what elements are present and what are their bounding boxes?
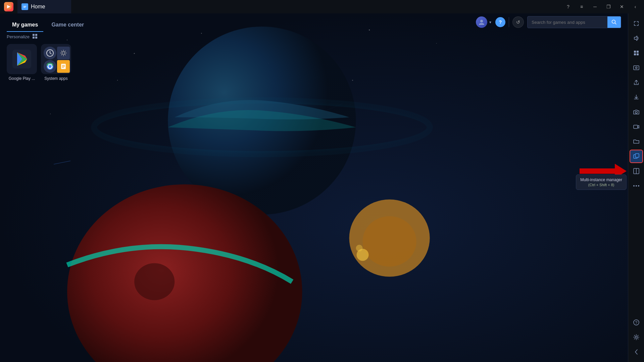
back-arrow-button[interactable]: ‹	[629, 1, 641, 13]
menu-button[interactable]: ≡	[576, 1, 588, 13]
svg-point-55	[635, 111, 637, 113]
search-input[interactable]	[528, 20, 607, 25]
header-right: ▼ ? ↺	[476, 16, 621, 28]
sidebar-grid-button[interactable]	[630, 46, 643, 60]
sidebar-volume-button[interactable]	[630, 32, 643, 45]
search-bar	[527, 16, 621, 28]
sidebar-video-button[interactable]	[630, 120, 643, 134]
search-button[interactable]	[607, 16, 621, 28]
apps-grid: Google Play ...	[7, 44, 71, 81]
svg-point-13	[117, 80, 118, 81]
sidebar-share-button[interactable]	[630, 76, 643, 89]
svg-point-41	[62, 52, 65, 54]
svg-rect-56	[634, 125, 638, 128]
svg-point-63	[638, 185, 639, 187]
tab-game-center[interactable]: Game center	[46, 18, 89, 32]
sidebar-multi-instance-button[interactable]	[630, 150, 643, 163]
multi-instance-tooltip: Multi-instance manager (Ctrl + Shift + 8…	[576, 174, 627, 190]
bluestacks-logo	[4, 2, 13, 11]
maximize-button[interactable]: ❐	[602, 1, 614, 13]
help-circle-button[interactable]: ?	[495, 17, 505, 27]
svg-line-28	[615, 23, 616, 24]
tab-my-games[interactable]: My games	[7, 18, 43, 32]
personalize-label: Personalize	[7, 34, 71, 40]
svg-point-12	[50, 113, 51, 114]
system-apps-icon-container	[41, 44, 71, 74]
titlebar-logo	[0, 2, 17, 11]
personalize-text: Personalize	[7, 34, 30, 39]
svg-rect-30	[35, 34, 37, 36]
sidebar-expand-button[interactable]	[630, 17, 643, 30]
svg-point-7	[134, 53, 135, 54]
user-avatar[interactable]	[476, 16, 487, 28]
sidebar-settings-button[interactable]	[630, 330, 643, 344]
svg-rect-2	[23, 5, 27, 9]
svg-rect-4	[23, 7, 26, 8]
svg-rect-52	[637, 53, 639, 55]
google-play-label: Google Play ...	[9, 76, 35, 81]
svg-rect-49	[634, 51, 636, 53]
svg-line-40	[50, 53, 51, 54]
background-illustration	[0, 13, 628, 362]
system-apps-icon	[41, 44, 71, 74]
svg-rect-32	[35, 37, 37, 39]
svg-rect-31	[33, 37, 35, 39]
svg-point-26	[480, 20, 483, 22]
svg-rect-29	[33, 34, 35, 36]
refresh-button[interactable]: ↺	[512, 16, 524, 28]
svg-rect-51	[634, 53, 636, 55]
google-play-icon-container	[7, 44, 37, 74]
sidebar-folder-button[interactable]	[630, 135, 643, 148]
main-container: My games Game center ▼ ? ↺	[0, 13, 628, 362]
sidebar-back-button[interactable]	[630, 345, 643, 359]
sidebar-more-button[interactable]	[630, 179, 643, 193]
system-apps-label: System apps	[44, 76, 67, 81]
sidebar-help-button[interactable]: ?	[630, 316, 643, 329]
divider	[509, 17, 509, 27]
home-tab[interactable]: Home	[17, 0, 71, 13]
svg-point-62	[636, 185, 637, 187]
titlebar-controls: ? ≡ ─ ❐ ✕ ‹	[562, 1, 644, 13]
avatar-dropdown-arrow[interactable]: ▼	[489, 20, 492, 24]
svg-point-25	[356, 245, 363, 252]
sidebar-camera-button[interactable]	[630, 105, 643, 119]
right-sidebar: ?	[628, 13, 644, 362]
tooltip-title: Multi-instance manager	[580, 177, 622, 182]
tooltip-shortcut: (Ctrl + Shift + 8)	[580, 183, 622, 187]
personalize-icon	[32, 34, 38, 40]
svg-rect-58	[635, 154, 639, 157]
svg-rect-50	[637, 51, 639, 53]
help-button[interactable]: ?	[562, 1, 574, 13]
sidebar-split-button[interactable]	[630, 164, 643, 178]
minimize-button[interactable]: ─	[589, 1, 601, 13]
svg-point-66	[635, 336, 637, 338]
sidebar-screen-button[interactable]	[630, 61, 643, 74]
svg-point-8	[201, 33, 202, 34]
svg-marker-48	[634, 36, 637, 41]
home-tab-label: Home	[31, 4, 45, 10]
svg-point-15	[352, 80, 353, 81]
app-item-google-play[interactable]: Google Play ...	[7, 44, 37, 81]
svg-rect-53	[634, 66, 639, 70]
app-item-system-apps[interactable]: System apps	[41, 44, 71, 81]
personalize-section: Personalize	[7, 34, 71, 81]
svg-point-61	[633, 185, 635, 187]
svg-point-11	[436, 43, 437, 44]
svg-rect-3	[23, 6, 26, 7]
home-tab-icon	[21, 3, 28, 10]
close-button[interactable]: ✕	[616, 1, 628, 13]
titlebar: Home ? ≡ ─ ❐ ✕ ‹	[0, 0, 644, 13]
svg-point-54	[635, 67, 637, 69]
sidebar-download-button[interactable]	[630, 91, 643, 104]
svg-point-21	[134, 263, 175, 300]
svg-text:?: ?	[635, 320, 637, 325]
svg-point-23	[363, 216, 416, 267]
